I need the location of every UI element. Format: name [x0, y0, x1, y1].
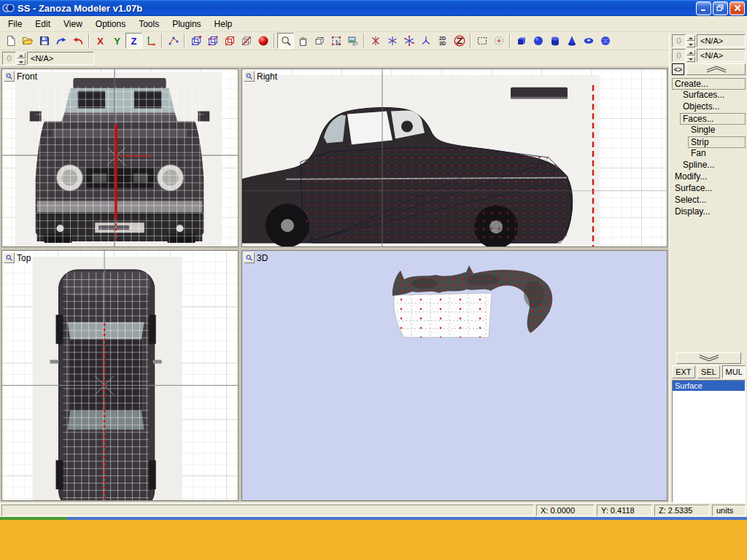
viewport-zoom-button[interactable]: [244, 71, 255, 82]
spinner-down-button[interactable]: [686, 56, 695, 62]
viewport-3d[interactable]: 3D: [241, 250, 667, 501]
mode-button-ext[interactable]: EXT: [672, 365, 695, 378]
panel-toggle-button[interactable]: <>: [672, 63, 684, 75]
spinner-down-button[interactable]: [686, 42, 695, 47]
menu-help[interactable]: Help: [208, 17, 239, 31]
level-spinner[interactable]: 0: [2, 52, 26, 65]
menu-options[interactable]: Options: [89, 17, 132, 31]
spinner-down-button[interactable]: [17, 59, 26, 65]
magnifier-icon: [5, 72, 13, 80]
axis-y-button[interactable]: Y: [109, 33, 125, 49]
axis-gizmo-button[interactable]: [142, 33, 159, 49]
cube-wire-vertex-button[interactable]: [204, 33, 221, 49]
new-document-button[interactable]: [2, 33, 19, 49]
mode-button-mul[interactable]: MUL: [722, 365, 746, 378]
panel-combo-1[interactable]: <N/A>: [697, 34, 746, 47]
undo-arrow-button[interactable]: [69, 33, 86, 49]
panel-collapse-down-button[interactable]: [676, 352, 741, 364]
vertex-star-net-button[interactable]: [400, 33, 417, 49]
select-object-button[interactable]: [328, 33, 344, 49]
panel-spinner-2[interactable]: 0: [672, 49, 695, 62]
command-display[interactable]: Display...: [672, 206, 746, 218]
command-spline[interactable]: Spline...: [672, 160, 746, 171]
viewport-right[interactable]: Right: [241, 69, 667, 247]
command-modify[interactable]: Modify...: [672, 171, 746, 183]
command-create[interactable]: Create...: [672, 78, 746, 90]
primitive-cube-button[interactable]: [513, 33, 530, 49]
pan-hand-button[interactable]: [294, 33, 311, 49]
save-button[interactable]: [36, 33, 53, 49]
spinner-up-button[interactable]: [17, 52, 26, 58]
select-circle-button[interactable]: [490, 33, 507, 49]
render-sphere-button[interactable]: [255, 33, 271, 49]
select-rectangle-icon: [476, 35, 488, 47]
zoom-tool-button[interactable]: [277, 33, 294, 49]
viewport-front[interactable]: Front: [1, 69, 239, 247]
viewport-zoom-button[interactable]: [244, 252, 255, 263]
select-rectangle-button[interactable]: [473, 33, 490, 49]
pan-hand-icon: [297, 35, 309, 47]
main-toolbar: XYZ2D3D: [0, 32, 669, 50]
toolbar-separator: [88, 34, 90, 48]
command-fan[interactable]: Fan: [672, 148, 746, 160]
command-surface[interactable]: Surface...: [672, 183, 746, 195]
menu-tools[interactable]: Tools: [132, 17, 166, 31]
titlebar[interactable]: SS - Zanoza Modeler v1.07b: [0, 0, 747, 16]
command-objects[interactable]: Objects...: [672, 101, 746, 113]
level-spinner-value: 0: [2, 52, 16, 65]
axis-x-button[interactable]: X: [92, 33, 109, 49]
primitive-cone-button[interactable]: [563, 33, 580, 49]
textured-view-button[interactable]: [344, 33, 361, 49]
no-z-button[interactable]: [451, 33, 468, 49]
menu-plugins[interactable]: Plugins: [166, 17, 207, 31]
menu-file[interactable]: File: [1, 17, 28, 31]
restore-button[interactable]: [713, 1, 728, 15]
toolbar-separator: [274, 34, 275, 48]
zmodeler-window: SS - Zanoza Modeler v1.07b FileEditViewO…: [0, 0, 747, 517]
vertex-star-jack-button[interactable]: [384, 33, 400, 49]
spinner-up-button[interactable]: [686, 35, 695, 41]
viewport-name: 3D: [257, 253, 268, 263]
cube-wire-dot-button[interactable]: [187, 33, 204, 49]
cube-wire-red-icon: [224, 35, 236, 47]
viewport-top[interactable]: Top: [1, 250, 239, 501]
minimize-button[interactable]: [696, 1, 711, 15]
redo-arrow-button[interactable]: [53, 33, 69, 49]
command-strip[interactable]: Strip: [688, 136, 746, 148]
view-cube-button[interactable]: [311, 33, 328, 49]
command-faces[interactable]: Faces...: [680, 113, 746, 125]
menubar: FileEditViewOptionsToolsPluginsHelp: [0, 16, 747, 32]
axis-z-button[interactable]: Z: [125, 33, 142, 49]
toggle-2d3d-button[interactable]: 2D3D: [434, 33, 451, 49]
primitive-torus-button[interactable]: [580, 33, 597, 49]
mode-button-sel[interactable]: SEL: [697, 365, 721, 378]
magnifier-icon: [245, 72, 253, 80]
primitive-geosphere-button[interactable]: [597, 33, 614, 49]
command-select[interactable]: Select...: [672, 195, 746, 206]
cube-wire-slash-button[interactable]: [238, 33, 255, 49]
panel-combo-2[interactable]: <N/A>: [697, 49, 746, 62]
panel-collapse-up-button[interactable]: [686, 63, 746, 75]
primitive-sphere-button[interactable]: [530, 33, 546, 49]
vertex-star-tri-button[interactable]: [417, 33, 434, 49]
menu-view[interactable]: View: [57, 17, 89, 31]
list-item-surface[interactable]: Surface: [673, 381, 745, 391]
cube-wire-red-button[interactable]: [221, 33, 238, 49]
primitive-cylinder-button[interactable]: [546, 33, 563, 49]
open-folder-button[interactable]: [19, 33, 36, 49]
viewport-zoom-button[interactable]: [4, 71, 15, 82]
menu-edit[interactable]: Edit: [28, 17, 57, 31]
vertex-polyline-button[interactable]: [165, 33, 182, 49]
selection-combo[interactable]: <N/A>: [27, 52, 94, 65]
viewport-zoom-button[interactable]: [4, 252, 15, 263]
surface-listbox[interactable]: Surface: [672, 380, 746, 502]
3d-view-canvas: [242, 251, 667, 500]
command-surfaces[interactable]: Surfaces...: [672, 90, 746, 101]
select-object-icon: [330, 35, 342, 47]
close-button[interactable]: [729, 1, 745, 15]
panel-spinner-1[interactable]: 0: [672, 34, 695, 47]
command-single[interactable]: Single: [672, 125, 746, 136]
vertex-polyline-icon: [168, 35, 179, 47]
spinner-up-button[interactable]: [686, 50, 695, 55]
vertex-star-cross-button[interactable]: [367, 33, 384, 49]
